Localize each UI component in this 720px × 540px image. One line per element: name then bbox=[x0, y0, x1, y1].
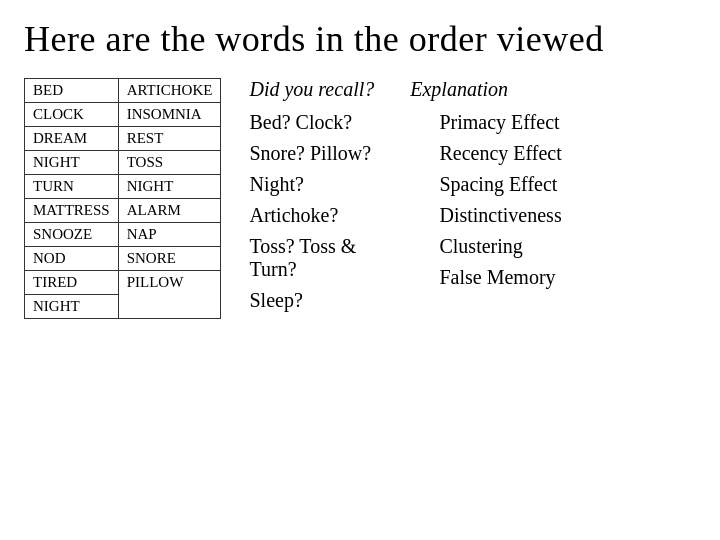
word-cell: SNORE bbox=[119, 247, 221, 271]
recall-item: Bed? Clock? bbox=[249, 111, 419, 134]
word-cell: SNOOZE bbox=[25, 223, 118, 247]
explanation-item: False Memory bbox=[439, 266, 609, 289]
word-cell: ARTICHOKE bbox=[119, 79, 221, 103]
word-cell: INSOMNIA bbox=[119, 103, 221, 127]
word-cell: NIGHT bbox=[25, 295, 118, 318]
header-row: Did you recall? Explanation bbox=[249, 78, 609, 101]
left-word-column: BEDCLOCKDREAMNIGHTTURNMATTRESSSNOOZENODT… bbox=[24, 78, 119, 319]
word-cell: PILLOW bbox=[119, 271, 221, 294]
word-lists: BEDCLOCKDREAMNIGHTTURNMATTRESSSNOOZENODT… bbox=[24, 78, 221, 319]
word-cell: CLOCK bbox=[25, 103, 118, 127]
right-word-column: ARTICHOKEINSOMNIARESTTOSSNIGHTALARMNAPSN… bbox=[119, 78, 222, 319]
recall-item: Sleep? bbox=[249, 289, 419, 312]
explanation-header: Explanation bbox=[410, 78, 508, 101]
page-title: Here are the words in the order viewed bbox=[24, 18, 696, 60]
word-cell: ALARM bbox=[119, 199, 221, 223]
recall-item: Night? bbox=[249, 173, 419, 196]
explanation-col: Primacy EffectRecency EffectSpacing Effe… bbox=[439, 111, 609, 312]
word-cell: NAP bbox=[119, 223, 221, 247]
word-cell: NOD bbox=[25, 247, 118, 271]
recall-item: Artichoke? bbox=[249, 204, 419, 227]
word-cell: DREAM bbox=[25, 127, 118, 151]
recall-item: Toss? Toss & Turn? bbox=[249, 235, 419, 281]
word-cell: BED bbox=[25, 79, 118, 103]
right-content: Did you recall? Explanation Bed? Clock?S… bbox=[249, 78, 609, 319]
word-cell: TURN bbox=[25, 175, 118, 199]
word-cell: NIGHT bbox=[119, 175, 221, 199]
explanation-item: Distinctiveness bbox=[439, 204, 609, 227]
recall-item: Snore? Pillow? bbox=[249, 142, 419, 165]
explanation-item: Primacy Effect bbox=[439, 111, 609, 134]
word-cell: TOSS bbox=[119, 151, 221, 175]
word-cell: TIRED bbox=[25, 271, 118, 295]
explanation-item: Spacing Effect bbox=[439, 173, 609, 196]
word-cell: NIGHT bbox=[25, 151, 118, 175]
word-cell: REST bbox=[119, 127, 221, 151]
recall-header: Did you recall? bbox=[249, 78, 374, 101]
recall-rows: Bed? Clock?Snore? Pillow?Night?Artichoke… bbox=[249, 111, 609, 312]
word-cell: MATTRESS bbox=[25, 199, 118, 223]
explanation-item: Clustering bbox=[439, 235, 609, 258]
explanation-item: Recency Effect bbox=[439, 142, 609, 165]
recall-col: Bed? Clock?Snore? Pillow?Night?Artichoke… bbox=[249, 111, 419, 312]
